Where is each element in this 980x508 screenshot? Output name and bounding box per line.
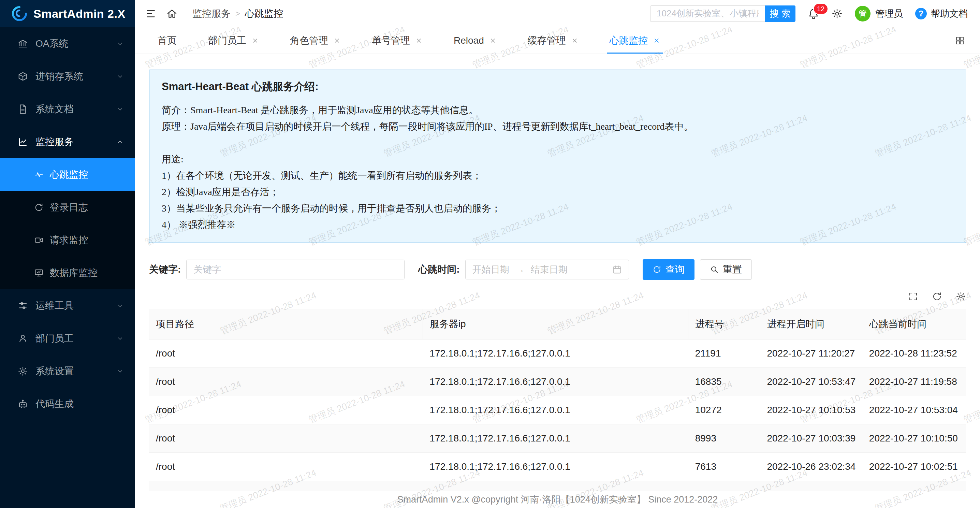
search-button[interactable]: 搜 索 bbox=[765, 5, 795, 22]
chevron-down-icon bbox=[117, 73, 124, 80]
chevron-down-icon bbox=[117, 335, 124, 342]
menu-collapse-icon[interactable] bbox=[145, 8, 156, 19]
intro-title: Smart-Heart-Beat 心跳服务介绍: bbox=[162, 80, 953, 94]
sidebar-subitem-label: 登录日志 bbox=[50, 201, 88, 214]
tab-close-icon[interactable] bbox=[653, 37, 660, 44]
sidebar-subitem-label: 心跳监控 bbox=[50, 168, 88, 181]
help-label: 帮助文档 bbox=[931, 8, 968, 20]
heartbeat-time-label: 心跳时间: bbox=[418, 263, 460, 276]
sidebar-subitem-request-monitor[interactable]: 请求监控 bbox=[0, 224, 135, 256]
date-start-placeholder: 开始日期 bbox=[473, 263, 509, 275]
table-row: /root172.18.0.1;172.17.16.6;127.0.0.1899… bbox=[149, 424, 966, 453]
tab-label: 部门员工 bbox=[208, 34, 246, 47]
app-logo[interactable]: SmartAdmin 2.X bbox=[0, 0, 135, 27]
table-cell: /root bbox=[149, 481, 423, 491]
search-input[interactable] bbox=[650, 5, 765, 22]
sidebar-item-system-settings[interactable]: 系统设置 bbox=[0, 355, 135, 388]
tab-close-icon[interactable] bbox=[252, 37, 259, 44]
sidebar-item-label: 代码生成 bbox=[35, 398, 124, 411]
chevron-down-icon bbox=[117, 368, 124, 374]
sidebar-item-department-staff[interactable]: 部门员工 bbox=[0, 322, 135, 355]
table-cell: 8993 bbox=[688, 424, 760, 453]
table-cell: 172.18.0.1;172.17.16.6;127.0.0.1 bbox=[423, 424, 688, 453]
reset-button[interactable]: 重置 bbox=[700, 259, 752, 280]
table-cell: 2022-10-26 22:45:40 bbox=[760, 481, 862, 491]
box-icon bbox=[18, 71, 28, 81]
table-toolbar bbox=[149, 291, 966, 302]
intro-line: 1）在各个环境（无论开发、测试、生产）能统一看到所有启动的服务列表； bbox=[162, 167, 953, 184]
pulse-icon bbox=[34, 170, 44, 180]
sidebar-subitem-label: 请求监控 bbox=[50, 234, 88, 247]
table-cell: 2022-10-27 10:53:04 bbox=[862, 396, 966, 424]
table-cell: 7613 bbox=[688, 453, 760, 481]
sidebar: OA系统进销存系统系统文档监控服务心跳监控登录日志请求监控数据库监控运维工具部门… bbox=[0, 27, 135, 508]
table-row: /root172.18.0.1;172.17.16.6;127.0.0.1761… bbox=[149, 453, 966, 481]
video-icon bbox=[34, 236, 44, 245]
tab-department-staff[interactable]: 部门员工 bbox=[208, 27, 259, 54]
table-refresh-icon[interactable] bbox=[932, 291, 942, 302]
filter-row: 关键字: 心跳时间: 开始日期 → 结束日期 查询 bbox=[149, 259, 966, 280]
monitor-chart-icon bbox=[18, 137, 28, 147]
sliders-icon bbox=[18, 301, 28, 311]
page-content: Smart-Heart-Beat 心跳服务介绍: 简介：Smart-Heart-… bbox=[135, 54, 980, 491]
date-range-picker[interactable]: 开始日期 → 结束日期 bbox=[465, 260, 629, 279]
tab-close-icon[interactable] bbox=[334, 37, 340, 44]
app-root: SmartAdmin 2.X 监控服务 > 心跳监控 搜 索 bbox=[0, 0, 980, 508]
sidebar-item-inventory-system[interactable]: 进销存系统 bbox=[0, 60, 135, 93]
header-settings-icon[interactable] bbox=[832, 8, 843, 19]
bank-icon bbox=[18, 38, 28, 49]
login-log-icon bbox=[34, 203, 44, 212]
breadcrumb-parent[interactable]: 监控服务 bbox=[192, 7, 231, 20]
table-settings-icon[interactable] bbox=[956, 291, 966, 302]
table-cell: 172.18.0.1;172.17.16.6;127.0.0.1 bbox=[423, 481, 688, 491]
tab-close-icon[interactable] bbox=[415, 37, 422, 44]
table-row: /root172.18.0.1;172.17.16.6;127.0.0.1211… bbox=[149, 339, 966, 368]
sidebar-subitem-login-log[interactable]: 登录日志 bbox=[0, 191, 135, 224]
sidebar-item-monitor-service[interactable]: 监控服务 bbox=[0, 126, 135, 158]
header-main: 监控服务 > 心跳监控 搜 索 12 管 管理员 bbox=[135, 0, 980, 27]
table-cell: 21191 bbox=[688, 339, 760, 368]
tab-label: 缓存管理 bbox=[528, 34, 566, 47]
tab-label: Reload bbox=[454, 35, 484, 46]
sidebar-item-oa-system[interactable]: OA系统 bbox=[0, 27, 135, 60]
user-menu[interactable]: 管 管理员 bbox=[855, 6, 903, 21]
tab-close-icon[interactable] bbox=[571, 37, 578, 44]
tab-label: 心跳监控 bbox=[609, 34, 648, 47]
fullscreen-icon[interactable] bbox=[908, 291, 918, 302]
table-cell: 172.18.0.1;172.17.16.6;127.0.0.1 bbox=[423, 396, 688, 424]
table-cell: 5995 bbox=[688, 481, 760, 491]
keyword-input[interactable] bbox=[186, 260, 404, 279]
table-cell: 2022-10-27 11:20:27 bbox=[760, 339, 862, 368]
tab-heartbeat-monitor[interactable]: 心跳监控 bbox=[609, 27, 660, 54]
sidebar-item-code-generator[interactable]: 代码生成 bbox=[0, 388, 135, 420]
tab-home[interactable]: 首页 bbox=[158, 27, 177, 54]
tab-label: 单号管理 bbox=[372, 34, 410, 47]
sidebar-item-system-docs[interactable]: 系统文档 bbox=[0, 93, 135, 126]
sidebar-item-label: 进销存系统 bbox=[35, 70, 109, 83]
table-row: /root172.18.0.1;172.17.16.6;127.0.0.1599… bbox=[149, 481, 966, 491]
sidebar-item-ops-tools[interactable]: 运维工具 bbox=[0, 289, 135, 322]
tab-cache-manage[interactable]: 缓存管理 bbox=[528, 27, 578, 54]
help-link[interactable]: ? 帮助文档 bbox=[915, 8, 968, 20]
tab-close-icon[interactable] bbox=[490, 37, 496, 44]
intro-line bbox=[162, 135, 953, 151]
tab-reload[interactable]: Reload bbox=[454, 27, 496, 54]
heartbeat-table: 项目路径服务器ip进程号进程开启时间心跳当前时间 /root172.18.0.1… bbox=[149, 309, 966, 491]
tab-bar: 首页部门员工角色管理单号管理Reload缓存管理心跳监控 bbox=[135, 27, 980, 54]
sidebar-item-label: 系统设置 bbox=[35, 365, 109, 378]
sidebar-item-label: OA系统 bbox=[35, 37, 109, 50]
sidebar-subitem-heartbeat-monitor[interactable]: 心跳监控 bbox=[0, 158, 135, 191]
sidebar-subitem-database-monitor[interactable]: 数据库监控 bbox=[0, 256, 135, 289]
sidebar-item-label: 系统文档 bbox=[35, 103, 109, 116]
chevron-up-icon bbox=[117, 139, 124, 145]
table-cell: 2022-10-27 11:19:58 bbox=[862, 368, 966, 396]
query-button[interactable]: 查询 bbox=[643, 259, 695, 280]
table-cell: 172.18.0.1;172.17.16.6;127.0.0.1 bbox=[423, 368, 688, 396]
notification-bell[interactable]: 12 bbox=[808, 8, 819, 19]
tab-role-manage[interactable]: 角色管理 bbox=[290, 27, 340, 54]
tab-options-grid-icon[interactable] bbox=[955, 35, 965, 46]
table-cell: 2022-10-27 10:03:39 bbox=[760, 424, 862, 453]
column-header: 进程开启时间 bbox=[760, 309, 862, 339]
home-icon[interactable] bbox=[167, 8, 177, 19]
tab-serial-manage[interactable]: 单号管理 bbox=[372, 27, 422, 54]
